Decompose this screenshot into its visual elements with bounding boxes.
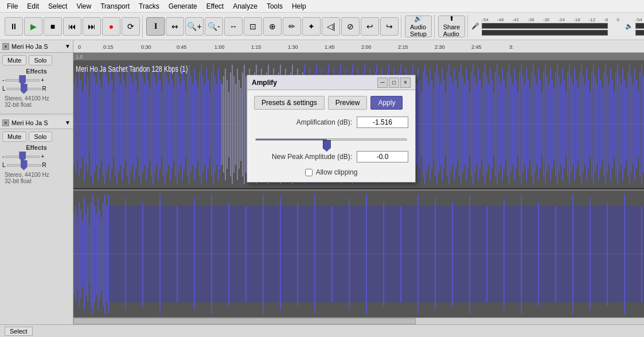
menu-edit[interactable]: Edit	[22, 1, 44, 11]
mute-button[interactable]: Mute	[2, 55, 26, 65]
envelope-tool-button[interactable]: ↭	[166, 17, 184, 36]
menu-effect[interactable]: Effect	[202, 1, 228, 11]
amplification-label: Amplification (dB):	[254, 118, 352, 126]
waveform-track2[interactable]	[73, 191, 644, 318]
svg-rect-302	[591, 72, 592, 176]
gain-plus-icon[interactable]: +	[41, 77, 44, 83]
menu-transport[interactable]: Transport	[96, 1, 134, 11]
track2-gain-minus[interactable]: -	[2, 153, 4, 160]
track2-gain-slider[interactable]	[5, 156, 40, 158]
svg-rect-40	[140, 65, 142, 184]
select-tool-button[interactable]: 𝐈	[146, 17, 165, 36]
menu-generate[interactable]: Generate	[164, 1, 202, 11]
track-close-button[interactable]: ×	[2, 43, 9, 50]
share-audio-button[interactable]: ⬆ Share Audio	[438, 16, 465, 37]
allow-clipping-checkbox[interactable]	[305, 169, 313, 176]
track2-mute-button[interactable]: Mute	[2, 131, 26, 142]
fit-project-button[interactable]: ⊡	[244, 17, 262, 36]
dialog-maximize-button[interactable]: □	[389, 78, 399, 88]
svg-rect-53	[163, 72, 164, 176]
dialog-close-button[interactable]: ×	[400, 78, 411, 88]
track2-gain-plus[interactable]: +	[41, 153, 44, 160]
fit-track-button[interactable]: ↔	[224, 17, 243, 36]
multi-tool-button[interactable]: ✦	[302, 17, 321, 36]
redo-button[interactable]: ↪	[380, 17, 399, 36]
svg-rect-26	[116, 65, 118, 184]
svg-rect-352	[101, 217, 102, 290]
menu-file[interactable]: File	[2, 1, 22, 11]
amplification-input[interactable]	[357, 117, 408, 128]
menu-tracks[interactable]: Tracks	[134, 1, 164, 11]
peak-amplitude-input[interactable]	[357, 151, 408, 162]
svg-rect-385	[572, 194, 573, 313]
svg-rect-2	[75, 76, 76, 173]
menu-tools[interactable]: Tools	[262, 1, 287, 11]
horizontal-scrollbar[interactable]	[73, 317, 644, 324]
zoom-toggle-button[interactable]: ⊕	[263, 17, 282, 36]
record-button[interactable]: ●	[102, 17, 120, 36]
svg-rect-386	[590, 198, 591, 310]
svg-rect-48	[154, 76, 155, 173]
svg-rect-344	[87, 206, 88, 302]
svg-rect-354	[104, 194, 106, 313]
track-dropdown-button[interactable]: ▼	[65, 43, 71, 49]
dialog-minimize-button[interactable]: ─	[377, 78, 388, 88]
track2-solo-button[interactable]: Solo	[29, 131, 52, 142]
preview-button[interactable]: Preview	[328, 96, 368, 110]
skip-fwd-button[interactable]: ⏭	[83, 17, 101, 36]
zoom-out-button[interactable]: 🔍-	[205, 17, 223, 36]
play-button[interactable]: ▶	[24, 17, 42, 36]
svg-rect-262	[522, 76, 524, 173]
playback-vu-meter: 🔈 -54-48-42-36-30-24-18-12-60	[625, 17, 644, 36]
svg-rect-23	[111, 80, 112, 169]
presets-settings-button[interactable]: Presets & settings	[254, 96, 325, 110]
silence-button[interactable]: ⊘	[341, 17, 360, 36]
svg-rect-270	[536, 84, 537, 165]
menu-help[interactable]: Help	[287, 1, 311, 11]
svg-rect-324	[629, 65, 630, 184]
menu-analyze[interactable]: Analyze	[228, 1, 262, 11]
ruler-mark-200: 2:00	[361, 44, 372, 50]
menu-select[interactable]: Select	[44, 1, 72, 11]
select-button[interactable]: Select	[5, 327, 33, 336]
loop-button[interactable]: ⟳	[122, 17, 140, 36]
record-vu-scale: -54-48-42-36-30-24-18-12-60	[482, 17, 619, 22]
svg-rect-345	[89, 225, 90, 283]
track2-close-button[interactable]: ×	[2, 119, 9, 126]
pause-button[interactable]: ⏸	[5, 17, 23, 36]
zoom-in-button[interactable]: 🔍+	[185, 17, 204, 36]
svg-rect-331	[641, 65, 642, 184]
menu-view[interactable]: View	[72, 1, 96, 11]
svg-rect-229	[466, 68, 467, 180]
svg-rect-372	[349, 198, 350, 310]
pan-control: L R	[2, 86, 71, 92]
svg-rect-82	[213, 65, 214, 184]
track2-dropdown-button[interactable]: ▼	[65, 119, 71, 126]
undo-button[interactable]: ↩	[361, 17, 379, 36]
svg-rect-355	[106, 206, 107, 302]
svg-rect-271	[538, 68, 539, 180]
trim-left-button[interactable]: ◁|	[322, 17, 340, 36]
svg-rect-230	[467, 80, 469, 169]
track-name: Meri Ho Ja S	[11, 43, 65, 50]
gain-minus-icon[interactable]: -	[2, 77, 4, 83]
svg-rect-33	[128, 65, 130, 184]
svg-rect-257	[514, 68, 515, 180]
track2-pan-slider[interactable]	[7, 164, 41, 166]
svg-rect-238	[481, 88, 482, 161]
gain-slider[interactable]	[5, 79, 40, 82]
svg-rect-258	[516, 80, 517, 169]
share-icon: ⬆	[449, 15, 454, 22]
svg-rect-285	[562, 68, 563, 180]
svg-rect-353	[103, 202, 104, 306]
skip-back-button[interactable]: ⏮	[63, 17, 81, 36]
apply-button[interactable]: Apply	[370, 96, 403, 110]
pan-slider[interactable]	[7, 88, 41, 90]
solo-button[interactable]: Solo	[29, 55, 52, 65]
audio-setup-button[interactable]: 🔊 Audio Setup	[405, 16, 432, 37]
draw-tool-button[interactable]: ✏	[283, 17, 301, 36]
ruler-mark-3: 3:	[509, 44, 514, 50]
stop-button[interactable]: ■	[44, 17, 62, 36]
slider-thumb[interactable]	[323, 140, 331, 152]
dialog-title: Amplify	[252, 79, 376, 87]
